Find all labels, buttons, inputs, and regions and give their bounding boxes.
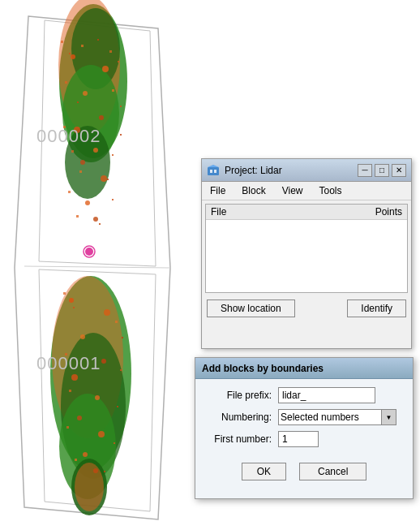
map-label-bottom: 000001 [36, 353, 101, 374]
svg-point-18 [93, 217, 98, 222]
numbering-label: Numbering: [205, 412, 278, 423]
svg-rect-57 [63, 292, 66, 295]
svg-point-9 [71, 54, 75, 59]
minimize-button[interactable]: ─ [358, 164, 372, 177]
file-prefix-row: File prefix: [205, 387, 403, 403]
svg-point-55 [83, 452, 88, 457]
svg-point-12 [99, 115, 104, 120]
svg-rect-59 [115, 321, 118, 323]
col-points-label: Points [375, 206, 402, 218]
col-file-label: File [211, 206, 226, 218]
svg-rect-20 [69, 53, 71, 54]
svg-point-53 [77, 416, 82, 420]
file-table: File Points [205, 204, 408, 293]
svg-rect-62 [120, 369, 122, 371]
cancel-button[interactable]: Cancel [299, 463, 366, 480]
svg-rect-35 [68, 191, 71, 193]
menu-view[interactable]: View [277, 183, 308, 198]
svg-rect-21 [81, 45, 84, 47]
menu-file[interactable]: File [205, 183, 230, 198]
svg-rect-34 [107, 179, 109, 180]
svg-point-46 [75, 463, 104, 511]
svg-point-56 [93, 468, 98, 473]
dialog-body: File prefix: Numbering: Selected numbers… [195, 379, 413, 458]
svg-rect-28 [120, 106, 122, 107]
svg-point-49 [80, 334, 85, 339]
maximize-button[interactable]: □ [375, 164, 389, 177]
identify-button[interactable]: Identify [347, 299, 406, 317]
map-label-top: 000002 [36, 126, 101, 147]
svg-rect-63 [69, 390, 71, 392]
map-svg [0, 0, 195, 530]
window-titlebar: Project: Lidar ─ □ ✕ [202, 159, 411, 182]
dialog-title: Add blocks by boundaries [202, 363, 324, 374]
first-number-input[interactable] [278, 431, 319, 447]
svg-rect-38 [99, 223, 101, 225]
first-number-label: First number: [205, 433, 278, 445]
svg-point-54 [98, 431, 105, 437]
close-button[interactable]: ✕ [392, 164, 406, 177]
svg-rect-23 [109, 50, 112, 53]
svg-rect-24 [118, 61, 119, 62]
svg-point-16 [101, 175, 107, 182]
file-table-body [206, 220, 407, 289]
svg-line-3 [24, 266, 170, 268]
svg-rect-32 [112, 154, 114, 156]
svg-rect-72 [214, 170, 216, 173]
svg-rect-66 [114, 442, 115, 444]
show-location-button[interactable]: Show location [207, 299, 295, 317]
svg-rect-37 [76, 215, 79, 218]
svg-rect-31 [71, 150, 74, 153]
svg-rect-25 [65, 81, 67, 84]
svg-point-15 [80, 160, 85, 165]
numbering-row: Numbering: Selected numbers Sequential C… [205, 409, 403, 425]
file-prefix-input[interactable] [278, 387, 375, 403]
first-number-row: First number: [205, 431, 403, 447]
menu-block[interactable]: Block [237, 183, 270, 198]
svg-point-51 [71, 374, 78, 381]
svg-point-48 [104, 309, 110, 316]
menu-tools[interactable]: Tools [314, 183, 346, 198]
map-area: 000002 000001 [0, 0, 195, 530]
svg-point-10 [102, 66, 109, 72]
svg-rect-26 [77, 101, 79, 103]
project-window: Project: Lidar ─ □ ✕ File Block View Too… [201, 158, 412, 349]
window-title: Project: Lidar [225, 165, 358, 176]
svg-point-47 [69, 298, 74, 303]
numbering-select-wrapper: Selected numbers Sequential Custom ▼ [278, 409, 396, 425]
svg-point-50 [101, 359, 106, 364]
svg-rect-36 [112, 199, 114, 200]
menubar: File Block View Tools [202, 182, 411, 200]
svg-rect-69 [208, 167, 219, 175]
svg-point-17 [85, 200, 90, 205]
svg-marker-70 [208, 165, 219, 167]
svg-rect-65 [66, 426, 69, 429]
svg-point-14 [93, 148, 98, 153]
file-prefix-label: File prefix: [205, 390, 278, 401]
svg-point-11 [83, 91, 88, 96]
svg-rect-64 [117, 406, 118, 407]
dialog-titlebar: Add blocks by boundaries [195, 358, 413, 379]
window-content: File Points [202, 200, 411, 296]
svg-rect-60 [122, 337, 123, 338]
select-arrow-icon[interactable]: ▼ [382, 409, 396, 425]
titlebar-buttons: ─ □ ✕ [358, 164, 406, 177]
svg-rect-58 [73, 307, 75, 308]
window-footer: Show location Identify [202, 296, 411, 321]
svg-rect-33 [79, 170, 82, 173]
svg-rect-27 [112, 89, 114, 92]
svg-rect-67 [75, 459, 77, 461]
svg-rect-68 [104, 471, 105, 472]
svg-rect-30 [120, 134, 122, 136]
svg-rect-71 [210, 170, 212, 173]
numbering-select[interactable]: Selected numbers Sequential Custom [278, 409, 382, 425]
svg-point-52 [95, 395, 100, 400]
ok-button[interactable]: OK [242, 463, 286, 480]
svg-rect-22 [97, 39, 99, 41]
app-icon [207, 164, 220, 177]
file-table-header: File Points [206, 205, 407, 220]
dialog-footer: OK Cancel [195, 458, 413, 485]
svg-point-39 [85, 248, 93, 256]
add-blocks-dialog: Add blocks by boundaries File prefix: Nu… [195, 357, 414, 499]
svg-rect-19 [61, 41, 63, 43]
